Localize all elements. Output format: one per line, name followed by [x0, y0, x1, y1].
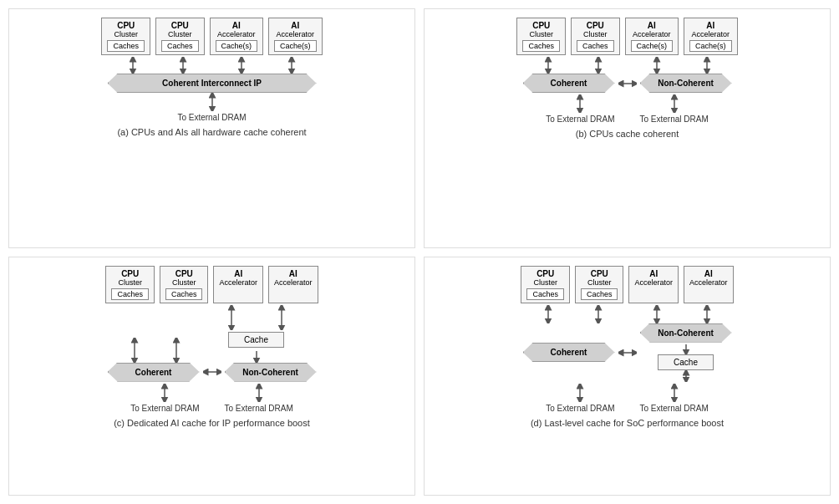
- coherent-banner-c: Coherent: [108, 363, 200, 382]
- main-container: CPU Cluster Caches CPU Cluster Caches AI…: [0, 0, 839, 504]
- d-cpu-2: CPU Cluster Caches: [575, 266, 624, 303]
- d-extra-cache: Cache: [658, 354, 714, 370]
- diagram-d: CPU Cluster Caches CPU Cluster Caches AI…: [424, 257, 831, 496]
- components-row-b: CPU Cluster Caches CPU Cluster Caches AI…: [516, 18, 737, 55]
- dram-label-c2: To External DRAM: [225, 404, 293, 413]
- c-mid-row: Cache: [118, 305, 307, 363]
- non-coherent-banner-c: Non-Coherent: [225, 363, 317, 382]
- c-extra-cache: Cache: [228, 332, 284, 348]
- dram-col-b1: To External DRAM: [546, 94, 614, 124]
- arrows-down-d: [519, 305, 736, 323]
- diagram-c: CPU Cluster Caches CPU Cluster Caches AI…: [8, 257, 415, 496]
- d-ai-1: AI Accelerator: [628, 266, 679, 303]
- dram-label-c1: To External DRAM: [130, 404, 199, 413]
- components-row-c: CPU Cluster Caches CPU Cluster Caches AI…: [105, 266, 318, 303]
- d-cpu-1: CPU Cluster Caches: [521, 266, 570, 303]
- h-arrow-d: [618, 347, 637, 359]
- dram-col-b2: To External DRAM: [640, 94, 709, 124]
- banner-pair-d: Coherent Non-Coherent Cache: [523, 323, 732, 382]
- components-row-a: CPU Cluster Caches CPU Cluster Caches AI…: [101, 18, 322, 55]
- ai-accelerator-2: AI Accelerator Cache(s): [268, 18, 323, 55]
- c-cpu-2: CPU Cluster Caches: [160, 266, 209, 303]
- dram-label-b1: To External DRAM: [546, 115, 614, 124]
- h-arrow-c: [203, 366, 221, 378]
- dram-col-c2: To External DRAM: [225, 384, 293, 413]
- non-coherent-banner-b: Non-Coherent: [640, 74, 732, 93]
- dram-row-c: To External DRAM To External DRAM: [130, 384, 293, 413]
- dram-label-b2: To External DRAM: [640, 115, 709, 124]
- arrow-to-dram-a: [204, 93, 221, 111]
- dram-row-b: To External DRAM To External DRAM: [546, 94, 709, 124]
- caption-d: (d) Last-level cache for SoC performance…: [531, 418, 724, 428]
- h-arrow-b: [618, 78, 637, 89]
- diagram-a: CPU Cluster Caches CPU Cluster Caches AI…: [8, 8, 415, 248]
- caption-c: (c) Dedicated AI cache for IP performanc…: [114, 418, 310, 428]
- cpu-cluster-1: CPU Cluster Caches: [101, 18, 150, 55]
- b-cpu-1: CPU Cluster Caches: [516, 18, 566, 55]
- coherent-banner-d: Coherent: [523, 343, 615, 362]
- dram-label-d2: To External DRAM: [640, 404, 709, 413]
- c-cache-group: Cache: [206, 305, 307, 363]
- dram-row-d: To External DRAM To External DRAM: [546, 384, 709, 413]
- caption-a: (a) CPUs and AIs all hardware cache cohe…: [117, 127, 306, 137]
- ai-accelerator-1: AI Accelerator Cache(s): [210, 18, 264, 55]
- d-ai-2: AI Accelerator: [684, 266, 734, 303]
- dram-col-d2: To External DRAM: [640, 384, 709, 413]
- diagram-b: CPU Cluster Caches CPU Cluster Caches AI…: [424, 8, 831, 248]
- arrows-down-a: [104, 57, 321, 74]
- b-ai-1: AI Accelerator Cache(s): [625, 18, 679, 55]
- banner-pair-b: Coherent Non-Coherent: [523, 74, 732, 93]
- dram-label-a: To External DRAM: [177, 113, 246, 122]
- b-ai-2: AI Accelerator Cache(s): [684, 18, 738, 55]
- non-coherent-banner-d: Non-Coherent: [640, 323, 732, 343]
- c-ai-2: AI Accelerator: [268, 266, 318, 303]
- caption-b: (b) CPUs cache coherent: [576, 129, 679, 139]
- banner-pair-c: Coherent Non-Coherent: [108, 363, 317, 382]
- coherent-banner-b: Coherent: [523, 74, 615, 93]
- dram-label-d1: To External DRAM: [546, 404, 614, 413]
- dram-col-c1: To External DRAM: [130, 384, 199, 413]
- b-cpu-2: CPU Cluster Caches: [571, 18, 620, 55]
- cpu-cluster-2: CPU Cluster Caches: [155, 18, 205, 55]
- dram-col-d1: To External DRAM: [546, 384, 614, 413]
- c-ai-1: AI Accelerator: [213, 266, 263, 303]
- c-cpu-1: CPU Cluster Caches: [105, 266, 155, 303]
- coherent-interconnect-banner: Coherent Interconnect IP: [108, 74, 317, 93]
- arrows-down-b: [519, 57, 736, 74]
- components-row-d: CPU Cluster Caches CPU Cluster Caches AI…: [521, 266, 733, 303]
- non-coherent-group-d: Non-Coherent Cache: [640, 323, 732, 382]
